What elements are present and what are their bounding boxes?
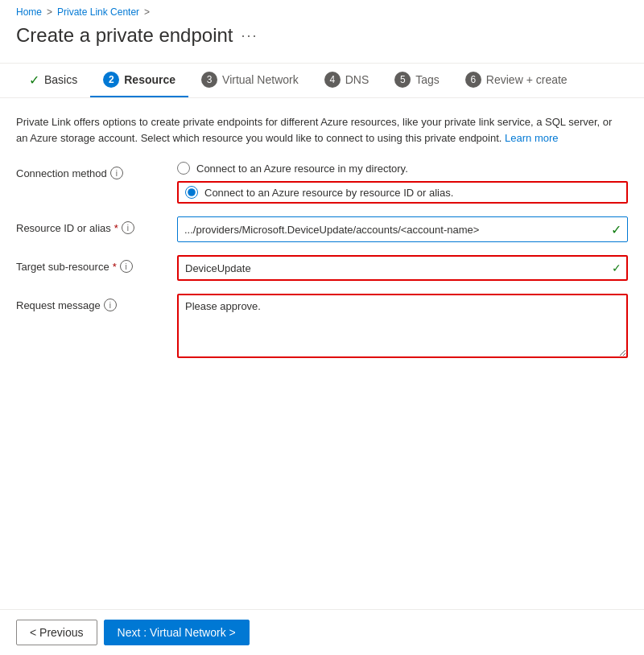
target-select-wrapper: DeviceUpdate: [177, 255, 628, 281]
breadcrumb-home[interactable]: Home: [16, 6, 42, 18]
target-info-icon[interactable]: i: [120, 260, 133, 273]
tab-vn-num: 3: [201, 72, 217, 88]
tab-review-create[interactable]: 6 Review + create: [452, 64, 580, 97]
radio-directory-input[interactable]: [177, 162, 190, 175]
tab-dns[interactable]: 4 DNS: [312, 64, 382, 97]
target-sub-resource-control: DeviceUpdate: [177, 255, 628, 281]
tab-basics[interactable]: ✓ Basics: [16, 64, 90, 97]
footer: < Previous Next : Virtual Network >: [0, 609, 644, 655]
request-message-row: Request message i Please approve.: [16, 294, 628, 360]
tab-resource-num: 2: [103, 72, 119, 88]
previous-button[interactable]: < Previous: [16, 620, 97, 645]
learn-more-link[interactable]: Learn more: [505, 132, 558, 144]
tab-resource-label: Resource: [124, 73, 175, 86]
page-title: Create a private endpoint ···: [16, 24, 628, 47]
connection-method-info-icon[interactable]: i: [110, 167, 123, 179]
resource-id-input-wrapper: ✓: [177, 216, 628, 242]
connection-method-options: Connect to an Azure resource in my direc…: [177, 162, 628, 204]
tab-rc-num: 6: [465, 72, 481, 88]
next-button[interactable]: Next : Virtual Network >: [104, 620, 250, 645]
top-bar: Home > Private Link Center > Create a pr…: [0, 0, 644, 64]
request-message-textarea[interactable]: Please approve.: [177, 294, 628, 358]
tab-dns-label: DNS: [345, 73, 369, 86]
breadcrumb-private-link[interactable]: Private Link Center: [57, 6, 139, 18]
tab-tags-num: 5: [394, 72, 411, 88]
resource-id-row: Resource ID or alias * i ✓: [16, 216, 628, 242]
ellipsis-icon: ···: [242, 27, 258, 44]
target-sub-resource-label: Target sub-resource * i: [16, 255, 161, 273]
radio-directory[interactable]: Connect to an Azure resource in my direc…: [177, 162, 628, 175]
target-sub-resource-select[interactable]: DeviceUpdate: [177, 255, 628, 281]
tab-rc-label: Review + create: [486, 73, 568, 86]
description-text: Private Link offers options to create pr…: [16, 114, 620, 146]
check-icon-basics: ✓: [29, 72, 39, 88]
tab-virtual-network[interactable]: 3 Virtual Network: [188, 64, 312, 97]
resource-id-info-icon[interactable]: i: [122, 221, 134, 234]
request-message-control: Please approve.: [177, 294, 628, 360]
tab-tags-label: Tags: [415, 73, 440, 86]
tab-basics-label: Basics: [44, 73, 77, 86]
target-required: *: [113, 261, 117, 273]
request-message-info-icon[interactable]: i: [104, 299, 117, 311]
connection-method-row: Connection method i Connect to an Azure …: [16, 162, 628, 204]
radio-resource-id[interactable]: Connect to an Azure resource by resource…: [177, 181, 628, 204]
resource-id-control: ✓: [177, 216, 628, 242]
tab-dns-num: 4: [324, 72, 341, 88]
tab-tags[interactable]: 5 Tags: [382, 64, 452, 97]
main-content: Private Link offers options to create pr…: [0, 98, 644, 609]
resource-id-valid-icon: ✓: [611, 222, 621, 237]
resource-id-label: Resource ID or alias * i: [16, 216, 161, 234]
resource-id-input[interactable]: [177, 216, 628, 242]
form-section: Connection method i Connect to an Azure …: [16, 162, 628, 360]
breadcrumb: Home > Private Link Center >: [16, 6, 628, 18]
tab-vn-label: Virtual Network: [222, 73, 299, 86]
request-message-label: Request message i: [16, 294, 161, 311]
tabs-bar: ✓ Basics 2 Resource 3 Virtual Network 4 …: [0, 64, 644, 98]
radio-resource-id-input[interactable]: [185, 186, 198, 199]
target-sub-resource-row: Target sub-resource * i DeviceUpdate: [16, 255, 628, 281]
connection-method-label: Connection method i: [16, 162, 161, 179]
breadcrumb-sep2: >: [144, 6, 150, 18]
breadcrumb-sep1: >: [47, 6, 52, 18]
resource-id-required: *: [114, 222, 118, 234]
tab-resource[interactable]: 2 Resource: [90, 64, 188, 97]
